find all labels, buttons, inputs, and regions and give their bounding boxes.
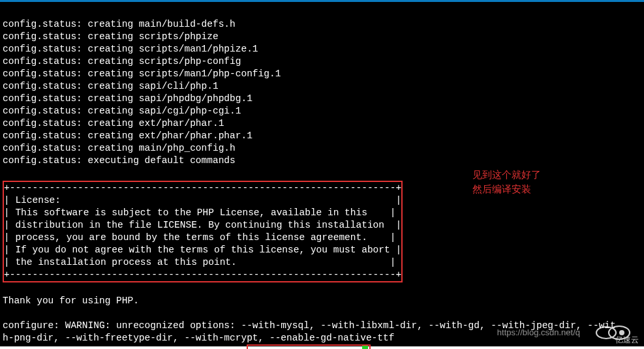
license-line: | If you do not agree with the terms of … [4, 245, 401, 255]
svg-point-0 [596, 327, 616, 339]
license-line: | distribution in the file LICENSE. By c… [4, 220, 401, 230]
output-line: config.status: creating ext/phar/phar.1 [3, 118, 224, 129]
configure-warning-line: h-png-dir, --with-freetype-dir, --with-m… [3, 333, 394, 343]
annotation-line: 然后编译安装 [472, 182, 541, 196]
license-line: +---------------------------------------… [4, 269, 401, 280]
output-line: config.status: creating ext/phar/phar.ph… [3, 130, 253, 141]
annotation-callout: 见到这个就好了 然后编译安装 [472, 168, 541, 196]
output-line: config.status: creating scripts/phpize [3, 31, 219, 42]
license-line: | This software is subject to the PHP Li… [4, 207, 395, 218]
output-line: config.status: creating sapi/cgi/php-cgi… [3, 106, 241, 116]
watermark-url: https://blog.csdn.net/q [497, 326, 580, 339]
license-notice-box: +---------------------------------------… [3, 181, 403, 282]
license-line: +---------------------------------------… [4, 183, 401, 193]
output-line: config.status: executing default command… [3, 155, 236, 166]
output-line: config.status: creating scripts/man1/php… [3, 68, 281, 79]
shell-prompt: [root@iZ2ze97z2kmbapaunt92ugZ php-7.4.10… [3, 346, 247, 349]
annotation-line: 见到这个就好了 [472, 168, 541, 182]
thank-you-line: Thank you for using PHP. [3, 296, 139, 306]
terminal-cursor [362, 346, 368, 349]
output-line: config.status: creating main/build-defs.… [3, 19, 236, 29]
output-line: config.status: creating sapi/cli/php.1 [3, 81, 219, 91]
output-line: config.status: creating main/php_config.… [3, 143, 236, 153]
license-line: | License: | [4, 195, 401, 205]
output-line: config.status: creating sapi/phpdbg/phpd… [3, 93, 253, 104]
config-status-output: config.status: creating main/build-defs.… [3, 18, 641, 167]
command-highlight-box: make && make install [247, 344, 371, 349]
terminal-window[interactable]: config.status: creating main/build-defs.… [0, 2, 644, 346]
watermark-brand: 亿速云 [615, 334, 639, 346]
license-line: | process, you are bound by the terms of… [4, 232, 395, 243]
output-line: config.status: creating scripts/man1/php… [3, 44, 258, 54]
license-line: | the installation process at this point… [4, 257, 395, 267]
typed-command[interactable]: make && make install [249, 346, 363, 349]
output-line: config.status: creating scripts/php-conf… [3, 56, 241, 67]
